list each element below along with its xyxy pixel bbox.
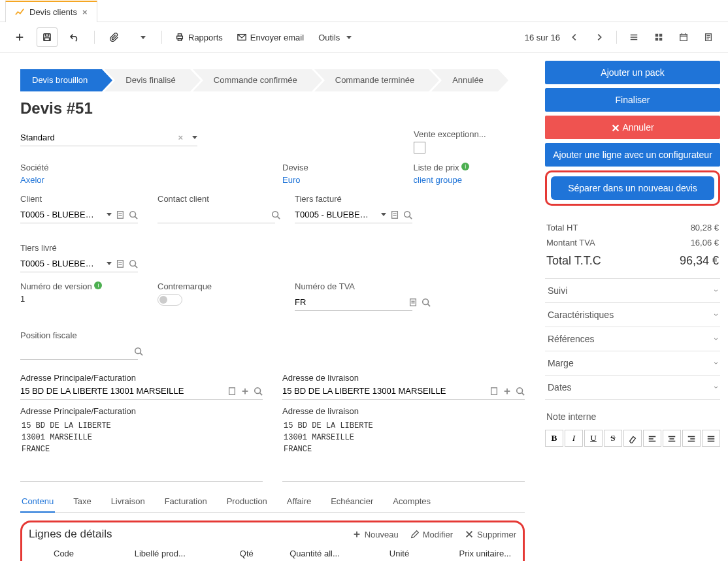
accordion-item[interactable]: Dates› — [545, 375, 720, 399]
client-input[interactable] — [20, 208, 100, 221]
doc-icon[interactable] — [227, 387, 237, 396]
tab-devis-clients[interactable]: Devis clients × — [5, 1, 97, 22]
tools-dropdown[interactable]: Outils — [314, 30, 356, 45]
position-fiscale-input[interactable] — [20, 345, 130, 357]
search-icon[interactable] — [422, 298, 431, 307]
contact-client-input[interactable] — [157, 208, 267, 221]
edit-line-button[interactable]: Modifier — [410, 530, 453, 539]
main-fact-input[interactable] — [20, 385, 223, 397]
accordion-item[interactable]: Suivi› — [545, 278, 720, 302]
new-button[interactable] — [9, 27, 30, 47]
rte-align-center[interactable] — [663, 430, 681, 447]
status-step[interactable]: Devis brouillon — [20, 69, 102, 91]
tab-close-icon[interactable]: × — [82, 7, 88, 17]
svg-rect-48 — [229, 387, 235, 394]
tiers-livre-input[interactable] — [20, 257, 100, 270]
search-icon[interactable] — [403, 210, 412, 219]
main-fact-full[interactable]: 15 BD DE LA LIBERTE 13001 MARSEILLE FRAN… — [20, 416, 263, 482]
view-grid[interactable] — [648, 27, 669, 47]
inner-tab[interactable]: Facturation — [163, 491, 208, 512]
add-pack-button[interactable]: Ajouter un pack — [545, 61, 720, 84]
inner-tab[interactable]: Taxe — [72, 491, 92, 512]
doc-icon[interactable] — [390, 210, 399, 219]
grid-icon — [654, 33, 663, 42]
rte-clear[interactable] — [623, 430, 642, 447]
devise-link[interactable]: Euro — [282, 175, 394, 185]
attach-dropdown[interactable] — [131, 27, 152, 47]
totals: Total HT 80,28 € Montant TVA 16,06 € Tot… — [545, 220, 720, 274]
rte-align-justify[interactable] — [702, 430, 720, 447]
accordion-item[interactable]: Marge› — [545, 351, 720, 375]
type-select[interactable]: × — [20, 129, 197, 146]
contremarque-toggle[interactable] — [157, 294, 182, 306]
search-icon[interactable] — [129, 210, 138, 219]
col-label[interactable]: Libellé prod... — [129, 545, 220, 561]
view-list[interactable] — [623, 27, 644, 47]
new-line-button[interactable]: Nouveau — [352, 530, 399, 539]
inner-tab[interactable]: Production — [225, 491, 269, 512]
numero-version-label: Numéro de version i — [20, 281, 138, 291]
pager-text: 16 sur 16 — [525, 33, 560, 42]
clear-icon[interactable]: × — [178, 133, 183, 142]
vente-exception-checkbox[interactable] — [414, 142, 425, 153]
view-form[interactable] — [698, 27, 719, 47]
rte-strike[interactable]: S — [604, 430, 622, 447]
view-calendar[interactable] — [673, 27, 694, 47]
inner-tab[interactable]: Acomptes — [391, 491, 432, 512]
search-icon[interactable] — [129, 259, 138, 268]
send-email-button[interactable]: Envoyer email — [233, 30, 308, 45]
accordion-item[interactable]: Caractéristiques› — [545, 302, 720, 327]
col-price[interactable]: Prix unitaire... — [427, 545, 516, 561]
inner-tab[interactable]: Affaire — [286, 491, 312, 512]
col-alloc[interactable]: Quantité all... — [259, 545, 345, 561]
rte-align-left[interactable] — [643, 430, 661, 447]
inner-tab[interactable]: Echéancier — [329, 491, 374, 512]
reports-button[interactable]: Rapports — [171, 30, 227, 45]
rte-align-right[interactable] — [682, 430, 701, 447]
doc-icon[interactable] — [408, 298, 418, 307]
doc-icon[interactable] — [489, 387, 499, 396]
livraison-full[interactable]: 15 BD DE LA LIBERTE 13001 MARSEILLE FRAN… — [282, 416, 525, 482]
livraison-full-label: Adresse de livraison — [282, 406, 525, 416]
finalize-button[interactable]: Finaliser — [545, 88, 720, 112]
col-code[interactable]: Code — [48, 545, 129, 561]
status-step[interactable]: Annulée — [431, 69, 498, 91]
col-unit[interactable]: Unité — [384, 545, 427, 561]
svg-line-40 — [135, 265, 138, 268]
doc-icon[interactable] — [116, 259, 125, 268]
search-icon[interactable] — [516, 387, 525, 396]
accordion-item[interactable]: Références› — [545, 327, 720, 351]
status-step[interactable]: Commande terminée — [314, 69, 429, 91]
inner-tab[interactable]: Livraison — [110, 491, 146, 512]
search-icon[interactable] — [271, 210, 280, 219]
tiers-facture-input[interactable] — [295, 208, 374, 221]
doc-icon[interactable] — [116, 210, 125, 219]
attach-button[interactable] — [104, 27, 125, 47]
split-button[interactable]: Séparer dans un nouveau devis — [551, 176, 714, 200]
align-center-icon — [667, 434, 676, 443]
undo-button[interactable] — [64, 27, 85, 47]
rte-italic[interactable]: I — [565, 430, 583, 447]
cancel-button[interactable]: Annuler — [545, 116, 720, 139]
societe-link[interactable]: Axelor — [20, 175, 132, 185]
status-step[interactable]: Commande confirmée — [193, 69, 312, 91]
rte-underline[interactable]: U — [584, 430, 603, 447]
type-input[interactable] — [20, 131, 174, 144]
numero-tva-input[interactable] — [295, 296, 405, 308]
add-config-button[interactable]: Ajouter une ligne avec un configurateur — [545, 143, 720, 167]
pager-prev[interactable] — [564, 27, 585, 47]
delete-line-button[interactable]: Supprimer — [465, 530, 516, 539]
rte-bold[interactable]: B — [545, 430, 563, 447]
col-qty[interactable]: Qté — [220, 545, 259, 561]
search-icon[interactable] — [254, 387, 263, 396]
societe-label: Société — [20, 163, 132, 172]
liste-prix-link[interactable]: client groupe — [414, 175, 525, 185]
save-button[interactable] — [37, 27, 58, 47]
pager-next[interactable] — [589, 27, 610, 47]
plus-icon[interactable] — [240, 387, 250, 396]
plus-icon[interactable] — [503, 387, 512, 396]
status-step[interactable]: Devis finalisé — [105, 69, 190, 91]
inner-tab[interactable]: Contenu — [20, 491, 55, 513]
livraison-input[interactable] — [282, 385, 486, 397]
search-icon[interactable] — [134, 347, 143, 356]
